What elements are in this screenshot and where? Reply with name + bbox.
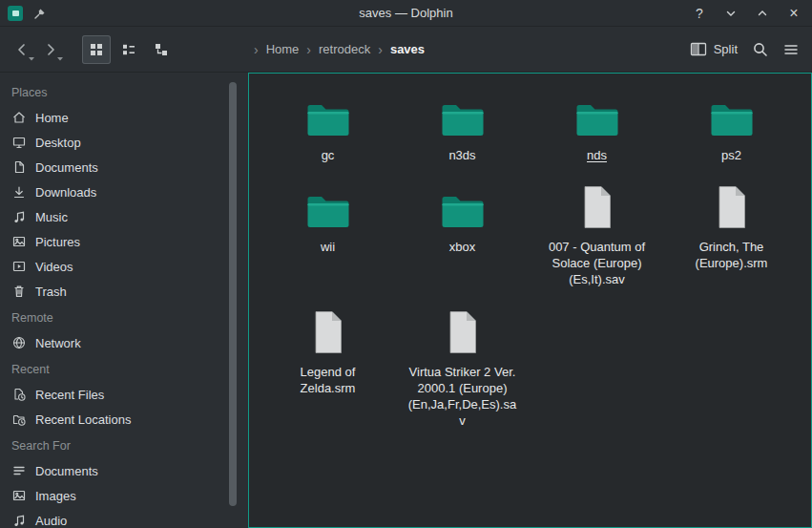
- sidebar-item-pictures[interactable]: Pictures: [0, 229, 248, 254]
- section-label-recent: Recent: [0, 355, 248, 382]
- breadcrumb-retrodeck[interactable]: retrodeck: [319, 42, 370, 56]
- breadcrumb-saves[interactable]: saves: [390, 42, 425, 56]
- sidebar-item-downloads[interactable]: Downloads: [0, 180, 248, 204]
- recent-files-icon: [11, 387, 27, 402]
- sidebar-item-label: Trash: [35, 285, 67, 299]
- item-label: Virtua Striker 2 Ver. 2000.1 (Europe) (E…: [406, 364, 519, 430]
- picture-icon: [11, 234, 27, 249]
- item-label: nds: [587, 147, 607, 163]
- pin-icon[interactable]: [32, 6, 48, 21]
- tree-view-button[interactable]: [147, 35, 176, 64]
- details-view-button[interactable]: [115, 35, 143, 64]
- trash-icon: [11, 284, 27, 299]
- file-item-virtua-striker-2[interactable]: Virtua Striker 2 Ver. 2000.1 (Europe) (E…: [395, 306, 530, 430]
- sidebar-item-label: Recent Files: [35, 388, 104, 402]
- sidebar-item-recent-files[interactable]: Recent Files: [0, 382, 248, 407]
- audio-note-icon: [11, 513, 27, 528]
- forward-button[interactable]: [36, 35, 65, 64]
- folder-icon: [574, 89, 620, 138]
- icons-view-icon: [88, 41, 105, 58]
- sidebar-item-documents[interactable]: Documents: [0, 155, 248, 180]
- hamburger-menu-button[interactable]: [776, 35, 806, 64]
- sidebar-item-label: Recent Locations: [35, 412, 131, 427]
- sidebar-item-home[interactable]: Home: [0, 105, 248, 130]
- main-toolbar: › Home › retrodeck › saves Split: [0, 27, 812, 73]
- details-view-icon: [120, 41, 137, 58]
- folder-view[interactable]: gc n3ds nds ps2 wii: [248, 73, 812, 528]
- view-mode-group: [82, 35, 176, 64]
- sidebar-item-recent-locations[interactable]: Recent Locations: [0, 407, 248, 432]
- maximize-button[interactable]: [754, 5, 771, 22]
- icons-view-button[interactable]: [82, 35, 111, 64]
- breadcrumb-chevron: ›: [254, 42, 259, 57]
- item-label: wii: [321, 239, 335, 255]
- folder-icon: [709, 89, 755, 138]
- desktop-icon: [11, 135, 27, 150]
- titlebar: saves — Dolphin ? ×: [0, 0, 812, 27]
- breadcrumb-home[interactable]: Home: [266, 42, 300, 56]
- file-icon: [444, 306, 482, 355]
- search-button[interactable]: [745, 35, 776, 64]
- sidebar-item-desktop[interactable]: Desktop: [0, 130, 248, 155]
- sidebar-item-label: Pictures: [35, 235, 80, 249]
- sidebar-item-label: Images: [35, 489, 76, 503]
- section-label-search-for: Search For: [0, 432, 248, 458]
- split-view-icon: [690, 42, 707, 56]
- item-label: ps2: [721, 147, 741, 163]
- tree-view-icon: [153, 41, 170, 58]
- section-label-remote: Remote: [0, 304, 248, 330]
- split-button-label: Split: [714, 42, 738, 56]
- folder-icon: [440, 180, 486, 230]
- places-panel: Places Home Desktop Documents Downloads …: [0, 73, 248, 528]
- close-button[interactable]: ×: [785, 5, 802, 22]
- file-item-legend-of-zelda[interactable]: Legend of Zelda.srm: [260, 306, 395, 396]
- sidebar-item-network[interactable]: Network: [0, 330, 248, 355]
- sidebar-item-label: Videos: [35, 260, 73, 274]
- sidebar-item-videos[interactable]: Videos: [0, 254, 248, 279]
- sidebar-item-trash[interactable]: Trash: [0, 279, 248, 304]
- sidebar-item-search-documents[interactable]: Documents: [0, 458, 248, 483]
- sidebar-item-label: Home: [35, 111, 69, 125]
- history-caret-icon: [56, 56, 64, 61]
- item-label: Legend of Zelda.srm: [272, 364, 385, 396]
- item-label: xbox: [449, 239, 475, 255]
- folder-item-ps2[interactable]: ps2: [664, 89, 799, 163]
- folder-item-wii[interactable]: wii: [260, 180, 395, 255]
- folder-item-xbox[interactable]: xbox: [395, 180, 530, 255]
- file-item-grinch-the[interactable]: Grinch, The (Europe).srm: [664, 180, 799, 271]
- folder-icon: [440, 89, 486, 138]
- folder-item-nds[interactable]: nds: [530, 89, 664, 163]
- folder-item-gc[interactable]: gc: [260, 89, 395, 163]
- home-icon: [11, 110, 27, 125]
- image-icon: [11, 488, 27, 503]
- sidebar-item-music[interactable]: Music: [0, 204, 248, 229]
- recent-locations-icon: [11, 412, 27, 427]
- sidebar-item-label: Network: [35, 336, 81, 350]
- item-label: Grinch, The (Europe).srm: [676, 239, 788, 271]
- document-icon: [11, 159, 27, 175]
- help-button[interactable]: ?: [691, 5, 708, 22]
- sidebar-item-search-images[interactable]: Images: [0, 483, 248, 508]
- sidebar-item-label: Audio: [35, 514, 67, 528]
- file-item-007-quantum-of-solace[interactable]: 007 - Quantum of Solace (Europe) (Es,It)…: [530, 180, 664, 287]
- folder-item-n3ds[interactable]: n3ds: [395, 89, 530, 163]
- folder-icon: [305, 180, 351, 230]
- file-icon: [578, 180, 616, 230]
- app-icon: [8, 6, 23, 21]
- sidebar-item-label: Desktop: [35, 136, 81, 150]
- download-icon: [11, 184, 27, 200]
- video-icon: [11, 259, 27, 274]
- search-icon: [752, 41, 769, 58]
- hamburger-icon: [782, 41, 800, 58]
- sidebar-item-label: Documents: [35, 464, 98, 478]
- document-lines-icon: [11, 463, 27, 478]
- breadcrumb-chevron: ›: [378, 42, 383, 57]
- section-label-places: Places: [0, 78, 248, 105]
- minimize-button[interactable]: [722, 5, 739, 22]
- back-button[interactable]: [8, 35, 36, 64]
- sidebar-scrollbar[interactable]: [229, 82, 237, 506]
- file-icon: [309, 306, 347, 355]
- file-icon: [713, 180, 751, 230]
- split-button[interactable]: Split: [682, 38, 745, 60]
- sidebar-item-search-audio[interactable]: Audio: [0, 508, 248, 528]
